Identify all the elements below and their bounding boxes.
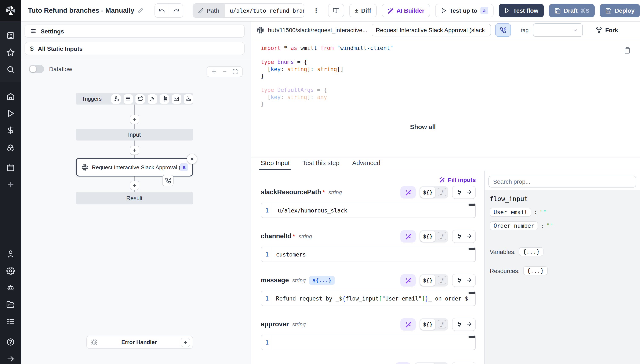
- copy-code-clipboard-icon[interactable]: [624, 47, 631, 54]
- expr-mode-button[interactable]: ${}: [420, 319, 435, 330]
- variables-icon[interactable]: [0, 122, 21, 139]
- runs-icon[interactable]: [0, 105, 21, 122]
- code-preview[interactable]: import * as wmill from "windmill-client"…: [251, 39, 640, 158]
- audit-list-icon[interactable]: [0, 313, 21, 330]
- tab-advanced[interactable]: Advanced: [352, 159, 380, 170]
- all-static-inputs-button[interactable]: $ All Static Inputs: [24, 42, 245, 55]
- ai-fill-wand-button[interactable]: [401, 230, 416, 242]
- slack-approval-step-node[interactable]: Request Interactive Slack Approval (... …: [76, 158, 193, 176]
- plug-connect-icon[interactable]: [454, 187, 464, 198]
- test-flow-button[interactable]: Test flow: [499, 4, 544, 17]
- undo-button[interactable]: [155, 4, 169, 17]
- expr-mode-button[interactable]: ${}: [420, 231, 435, 242]
- triggers-node[interactable]: Triggers: [76, 93, 193, 104]
- error-handler-node[interactable]: Error Handler: [86, 336, 193, 349]
- kafka-trigger-icon[interactable]: [160, 94, 169, 104]
- windmill-logo[interactable]: [0, 0, 21, 21]
- path-value[interactable]: u/alex/tuto_refund_branches_: [224, 4, 304, 17]
- plug-connect-icon[interactable]: [454, 231, 464, 242]
- deploy-button[interactable]: Deploy: [600, 4, 640, 17]
- variables-expand-pill[interactable]: {...}: [519, 247, 544, 256]
- arrow-right-icon[interactable]: [464, 187, 474, 198]
- more-options-kebab-icon[interactable]: ⋮: [310, 6, 323, 14]
- http-route-trigger-icon[interactable]: [136, 94, 145, 104]
- ai-builder-button[interactable]: AI Builder: [382, 4, 430, 17]
- zoom-out-button[interactable]: [219, 67, 230, 76]
- websocket-plug-trigger-icon[interactable]: [148, 94, 157, 104]
- search-prop-input[interactable]: [488, 176, 636, 188]
- webhook-trigger-icon[interactable]: [111, 94, 121, 104]
- folders-icon[interactable]: [0, 296, 21, 313]
- result-node[interactable]: Result: [76, 192, 193, 204]
- redo-button[interactable]: [169, 4, 183, 17]
- resources-icon[interactable]: [0, 139, 21, 156]
- hub-script-path[interactable]: hub/11500/slack/request_interactive...: [268, 27, 368, 34]
- plug-connect-icon[interactable]: [454, 363, 464, 364]
- zoom-in-button[interactable]: [209, 67, 219, 76]
- workers-bot-icon[interactable]: [0, 279, 21, 296]
- user-account-icon[interactable]: [0, 246, 21, 262]
- workspace-switcher-icon[interactable]: [0, 27, 21, 44]
- fill-inputs-button[interactable]: Fill inputs: [439, 176, 476, 183]
- path-control[interactable]: Path u/alex/tuto_refund_branches_: [193, 4, 304, 18]
- ai-fill-wand-button[interactable]: [401, 186, 416, 198]
- add-item-plus-icon[interactable]: [0, 176, 21, 193]
- poll-watch-trigger-icon[interactable]: [184, 94, 193, 104]
- prop-order-number-pill[interactable]: Order number: [490, 221, 538, 230]
- tab-test-this-step[interactable]: Test this step: [302, 159, 340, 170]
- favorites-star-icon[interactable]: [0, 44, 21, 61]
- expr-mode-button[interactable]: ${}: [420, 187, 435, 198]
- function-mode-icon[interactable]: ƒ: [438, 276, 446, 284]
- insert-step-plus-button[interactable]: [130, 181, 139, 190]
- resources-expand-pill[interactable]: {...}: [523, 266, 548, 275]
- field-editor[interactable]: 1 u/alex/humorous_slack: [261, 203, 476, 218]
- prop-user-email-pill[interactable]: User email: [490, 208, 532, 217]
- input-mode-toggle: ${} ƒ: [420, 274, 448, 286]
- function-mode-icon[interactable]: ƒ: [438, 232, 446, 240]
- field-editor[interactable]: 1 customers: [261, 247, 476, 262]
- show-all-button[interactable]: Show all: [251, 123, 595, 130]
- expr-mode-button[interactable]: ${}: [420, 275, 435, 286]
- add-error-handler-plus-button[interactable]: [181, 338, 190, 347]
- home-icon[interactable]: [0, 88, 21, 105]
- arrow-right-icon[interactable]: [464, 363, 474, 364]
- tab-step-input[interactable]: Step Input: [261, 159, 290, 170]
- schedules-calendar-icon[interactable]: [0, 159, 21, 176]
- field-editor[interactable]: 1: [261, 335, 476, 350]
- static-mode-button[interactable]: Static: [415, 363, 435, 364]
- docs-book-button[interactable]: [328, 4, 344, 17]
- suspend-approval-phone-button[interactable]: [495, 23, 511, 37]
- schedule-trigger-icon[interactable]: [124, 94, 133, 104]
- help-icon[interactable]: [0, 334, 21, 350]
- fork-button[interactable]: Fork: [596, 27, 618, 34]
- plug-connect-icon[interactable]: [454, 275, 464, 286]
- ai-fill-wand-button[interactable]: [401, 318, 416, 330]
- ai-fill-wand-button[interactable]: [395, 362, 410, 364]
- arrow-right-icon[interactable]: [464, 231, 474, 242]
- edit-title-pencil-icon[interactable]: [138, 8, 144, 14]
- arrow-right-icon[interactable]: [464, 275, 474, 286]
- test-up-to-button[interactable]: Test up to a: [435, 4, 494, 17]
- function-mode-icon[interactable]: ƒ: [438, 320, 446, 328]
- suspend-approval-phone-icon[interactable]: [162, 175, 174, 186]
- expand-rail-arrow-icon[interactable]: [0, 350, 21, 364]
- arrow-right-icon[interactable]: [464, 319, 474, 330]
- email-trigger-icon[interactable]: [172, 94, 181, 104]
- diff-button[interactable]: ± Diff: [349, 4, 376, 17]
- function-mode-icon[interactable]: ƒ: [438, 188, 446, 196]
- draft-button[interactable]: Draft ⌘S: [549, 4, 595, 17]
- dataflow-toggle[interactable]: [29, 65, 44, 73]
- tag-select[interactable]: [533, 23, 583, 37]
- ai-fill-wand-button[interactable]: [401, 274, 416, 286]
- plug-connect-icon[interactable]: [454, 319, 464, 330]
- step-summary-input[interactable]: [372, 24, 491, 36]
- field-editor[interactable]: 1 Refund request by _${flow_input["User …: [261, 291, 476, 306]
- flow-settings-button[interactable]: Settings: [24, 24, 245, 38]
- settings-gear-icon[interactable]: [0, 262, 21, 279]
- insert-step-plus-button[interactable]: [130, 146, 139, 155]
- input-node[interactable]: Input: [76, 129, 193, 140]
- fit-view-button[interactable]: [230, 67, 240, 76]
- delete-step-close-icon[interactable]: [187, 154, 197, 164]
- insert-step-plus-button[interactable]: [130, 115, 139, 124]
- search-icon[interactable]: [0, 61, 21, 78]
